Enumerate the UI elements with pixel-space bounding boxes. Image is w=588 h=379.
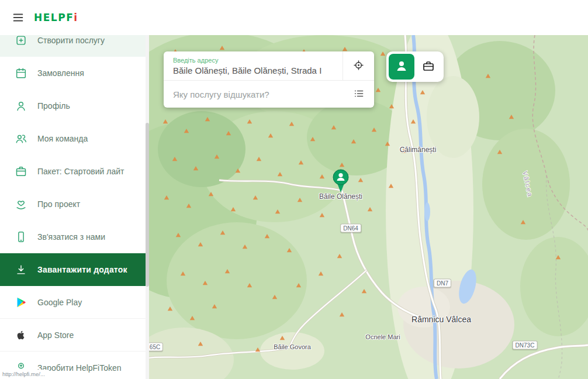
sidebar-item-label: Створити послугу	[37, 36, 105, 45]
master-mode-button[interactable]	[416, 54, 441, 80]
sidebar-item-profile[interactable]: Профіль	[0, 89, 149, 122]
address-label: Введіть адресу	[173, 57, 343, 64]
sidebar-item-label: Зв'язатися з нами	[37, 232, 105, 242]
service-list-button[interactable]	[353, 88, 365, 101]
sidebar-item-create-service[interactable]: Створити послугу	[0, 35, 149, 57]
team-icon	[14, 132, 28, 146]
search-panel: Введіть адресу Băile Olănești, Băile Olă…	[164, 51, 374, 108]
sidebar-item-about[interactable]: Про проект	[0, 188, 149, 220]
sidebar-item-label: Заробити HelpFiToken	[37, 363, 122, 373]
sidebar-item-contact[interactable]: Зв'язатися з нами	[0, 220, 149, 253]
location-pin[interactable]	[331, 168, 351, 195]
mode-toggle	[386, 51, 444, 82]
sidebar-item-label: Замовлення	[37, 68, 84, 78]
download-icon	[14, 263, 28, 277]
address-value: Băile Olănești, Băile Olănești, Strada I	[173, 66, 343, 75]
sidebar-item-label: Профіль	[37, 101, 70, 111]
sidebar-item-label: Моя команда	[37, 134, 88, 143]
sidebar-item-download-app[interactable]: Завантажити додаток	[0, 253, 149, 286]
sidebar-item-team[interactable]: Моя команда	[0, 122, 149, 155]
package-icon	[14, 164, 28, 178]
helpfi-logo[interactable]: HELPFi	[34, 12, 78, 23]
top-bar: HELPFi	[0, 0, 588, 35]
person-icon	[395, 59, 409, 75]
sidebar-item-label: App Store	[37, 330, 74, 340]
sidebar-item-app-store[interactable]: App Store	[0, 319, 149, 352]
service-search-placeholder: Яку послугу відшукати?	[173, 89, 353, 99]
logo-text-green: HELPF	[34, 12, 74, 23]
sidebar-item-label: Про проект	[37, 199, 80, 209]
sidebar: Створити послугуЗамовленняПрофільМоя ком…	[0, 35, 149, 379]
hamburger-menu-icon[interactable]	[8, 8, 28, 27]
apple-icon	[14, 328, 28, 342]
sidebar-item-label: Google Play	[37, 298, 82, 307]
sidebar-item-google-play[interactable]: Google Play	[0, 286, 149, 319]
service-search-input[interactable]: Яку послугу відшукати?	[164, 80, 374, 108]
sidebar-scrollbar-thumb[interactable]	[146, 123, 149, 287]
briefcase-icon	[421, 59, 435, 75]
sidebar-item-orders[interactable]: Замовлення	[0, 57, 149, 89]
sidebar-scrollbar-track[interactable]	[146, 35, 149, 379]
map[interactable]: CălimăneștiBăile OlăneștiRâmnicu VâlceaO…	[149, 35, 588, 379]
google-play-icon	[14, 295, 28, 309]
status-bar-link: http://helpfi.me/...	[0, 370, 50, 379]
profile-icon	[14, 99, 28, 113]
about-icon	[14, 197, 28, 211]
contact-icon	[14, 230, 28, 244]
client-mode-button[interactable]	[389, 54, 414, 80]
logo-text-red: i	[74, 12, 78, 23]
address-input[interactable]: Введіть адресу Băile Olănești, Băile Olă…	[164, 51, 343, 80]
sidebar-nav: Створити послугуЗамовленняПрофільМоя ком…	[0, 35, 149, 379]
sidebar-item-package[interactable]: Пакет: Стартовий лайт	[0, 155, 149, 188]
sidebar-item-label: Пакет: Стартовий лайт	[37, 167, 124, 176]
sidebar-item-label: Завантажити додаток	[37, 265, 127, 274]
create-icon	[14, 35, 28, 47]
list-icon	[353, 88, 365, 101]
geolocate-button[interactable]	[343, 51, 374, 80]
orders-icon	[14, 66, 28, 80]
crosshair-icon	[352, 59, 365, 73]
